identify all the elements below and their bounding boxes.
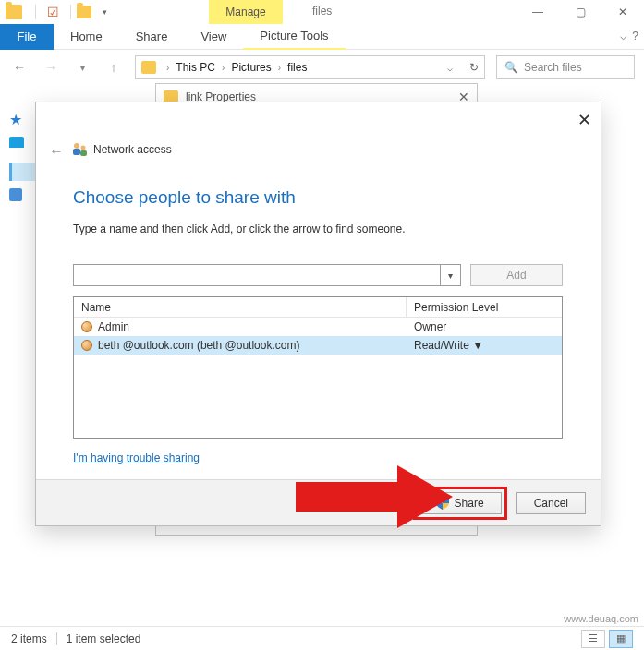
chevron-right-icon[interactable]: › [278, 63, 281, 73]
share-button[interactable]: Share [419, 492, 502, 514]
shield-icon [436, 497, 449, 510]
tab-file[interactable]: File [0, 24, 54, 50]
tab-view[interactable]: View [184, 24, 243, 50]
address-bar[interactable]: › This PC › Pictures › files ⌵ ↻ [135, 55, 485, 79]
share-button-label: Share [455, 497, 484, 510]
share-list: Name Permission Level Admin Owner beth @… [73, 296, 563, 439]
maximize-button[interactable]: ▢ [559, 0, 601, 24]
dialog-heading: Choose people to share with [73, 187, 296, 208]
share-name-input[interactable]: ▾ [73, 264, 461, 286]
cancel-button[interactable]: Cancel [516, 492, 586, 514]
chevron-right-icon[interactable]: › [166, 63, 169, 73]
dialog-back-button[interactable]: ← [49, 143, 64, 160]
contextual-tab-manage[interactable]: Manage [209, 0, 283, 24]
ribbon-collapse-caret[interactable]: ⌵ ? [620, 30, 638, 42]
sidebar-network-icon[interactable] [9, 188, 22, 201]
sidebar-quick-access-icon[interactable]: ★ [9, 111, 37, 128]
status-separator [56, 632, 57, 645]
qat-customize-caret[interactable]: ▾ [103, 7, 107, 17]
nav-recent-caret[interactable]: ▾ [72, 57, 92, 78]
share-list-row[interactable]: beth @outlook.com (beth @outlook.com) Re… [74, 336, 562, 355]
svg-point-2 [81, 146, 86, 150]
status-bar: 2 items 1 item selected ☰ ▦ [0, 626, 644, 650]
status-item-count: 2 items [11, 632, 47, 645]
qat-newfolder-icon[interactable] [77, 6, 91, 18]
view-large-icons-button[interactable]: ▦ [609, 630, 633, 648]
qat-separator [70, 5, 71, 19]
qat-folder-icon [6, 5, 22, 19]
column-header-permission[interactable]: Permission Level [407, 297, 562, 317]
nav-up-button[interactable]: ↑ [103, 57, 124, 78]
view-details-button[interactable]: ☰ [581, 630, 605, 648]
breadcrumb-seg[interactable]: Pictures [231, 61, 271, 74]
svg-rect-1 [73, 149, 80, 155]
window-title: files [312, 5, 332, 18]
folder-icon [141, 61, 156, 74]
search-placeholder: Search files [524, 61, 582, 74]
row-permission-dropdown[interactable]: Read/Write ▼ [414, 339, 483, 352]
refresh-button[interactable]: ↻ [469, 61, 479, 74]
dialog-close-button[interactable]: ✕ [577, 110, 591, 130]
close-button[interactable]: ✕ [601, 0, 644, 24]
status-selected-count: 1 item selected [67, 632, 141, 645]
breadcrumb-seg[interactable]: files [287, 61, 307, 74]
add-button[interactable]: Add [470, 264, 563, 286]
nav-back-button[interactable]: ← [9, 57, 30, 78]
cancel-button-label: Cancel [534, 497, 568, 510]
tab-share[interactable]: Share [119, 24, 185, 50]
qat-properties-icon[interactable]: ☑ [47, 5, 59, 19]
qat-separator [35, 5, 36, 19]
share-list-row[interactable]: Admin Owner [74, 318, 562, 336]
dropdown-caret[interactable]: ▾ [440, 265, 460, 285]
user-icon [81, 340, 92, 351]
tab-picture-tools[interactable]: Picture Tools [243, 24, 345, 50]
nav-forward-button[interactable]: → [41, 57, 61, 78]
minimize-button[interactable]: ― [516, 0, 559, 24]
row-permission: Owner [414, 320, 446, 333]
addr-dropdown-caret[interactable]: ⌵ [447, 63, 453, 73]
row-name: Admin [98, 320, 129, 333]
search-input[interactable]: 🔍 Search files [496, 55, 635, 79]
breadcrumb-root[interactable]: This PC [176, 61, 215, 74]
dialog-subtext: Type a name and then click Add, or click… [73, 223, 406, 235]
trouble-sharing-link[interactable]: I'm having trouble sharing [73, 451, 200, 464]
tab-home[interactable]: Home [54, 24, 119, 50]
sidebar-onedrive-icon[interactable] [9, 137, 24, 148]
watermark: www.deuaq.com [564, 613, 638, 624]
share-button-highlight: Share [413, 487, 507, 520]
svg-rect-3 [80, 150, 87, 156]
chevron-right-icon[interactable]: › [222, 63, 225, 73]
column-header-name[interactable]: Name [74, 297, 407, 317]
svg-point-0 [74, 143, 79, 149]
dialog-title: Network access [93, 143, 172, 156]
network-access-icon [71, 141, 88, 158]
search-icon: 🔍 [504, 61, 518, 74]
user-icon [81, 321, 92, 332]
row-name: beth @outlook.com (beth @outlook.com) [98, 339, 299, 352]
network-access-dialog: ✕ ← Network access Choose people to shar… [35, 102, 601, 526]
